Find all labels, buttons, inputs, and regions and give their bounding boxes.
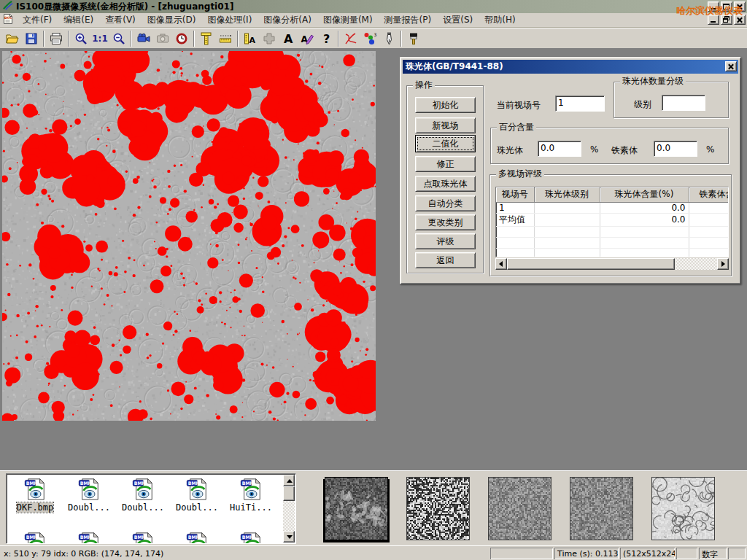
minimize-button[interactable] bbox=[708, 1, 719, 12]
col-header-field[interactable]: 视场号 bbox=[496, 187, 534, 202]
video-capture-button[interactable] bbox=[134, 30, 153, 47]
actual-size-button[interactable]: 1:1 bbox=[90, 30, 109, 47]
mdi-restore-button[interactable] bbox=[721, 15, 732, 25]
bmp-file-icon: BMP bbox=[23, 532, 47, 544]
scroll-right-button[interactable] bbox=[717, 258, 729, 270]
title-bar[interactable]: IS100显微摄像系统(金相分析版) - [zhuguangti01] bbox=[0, 0, 747, 13]
menu-measure-report[interactable]: 测量报告(P) bbox=[379, 12, 438, 28]
col-header-ferrite-percent[interactable]: 铁素体含量(%) bbox=[689, 187, 729, 202]
curve-tool-button[interactable] bbox=[341, 30, 360, 47]
correct-button[interactable]: 修正 bbox=[415, 156, 476, 172]
return-button[interactable]: 返回 bbox=[415, 252, 476, 268]
thumbnail-5[interactable] bbox=[651, 477, 715, 540]
new-field-button[interactable]: 新视场 bbox=[415, 117, 476, 133]
thumbnail-1[interactable] bbox=[325, 477, 388, 540]
binarize-button[interactable]: 二值化 bbox=[415, 135, 476, 152]
change-class-button[interactable]: 更改类别 bbox=[415, 214, 476, 230]
svg-text:BMP: BMP bbox=[188, 481, 200, 486]
menu-image-analysis[interactable]: 图像分析(A) bbox=[258, 12, 317, 28]
current-field-input[interactable]: 1 bbox=[555, 96, 605, 112]
file-list-scrollbar[interactable] bbox=[283, 475, 295, 542]
pen-button[interactable] bbox=[379, 30, 398, 47]
table-row[interactable]: 平均值 0.0 bbox=[496, 213, 729, 226]
file-item-partial[interactable]: BMP bbox=[224, 532, 278, 544]
text-button[interactable]: A bbox=[279, 30, 298, 47]
col-header-pearlite-grade[interactable]: 珠光体级别 bbox=[534, 187, 600, 202]
scrollbar-thumb[interactable] bbox=[283, 486, 295, 501]
toolbar-separator bbox=[338, 31, 339, 47]
gray-cross-icon bbox=[262, 31, 276, 46]
ruler-vertical-button[interactable] bbox=[197, 30, 216, 47]
menu-view[interactable]: 查看(V) bbox=[99, 12, 142, 28]
document-icon[interactable]: DOC bbox=[2, 13, 14, 27]
rate-button[interactable]: 评级 bbox=[415, 233, 476, 249]
status-panel-empty bbox=[728, 548, 746, 559]
thumbnail-2[interactable] bbox=[406, 477, 470, 540]
dialog-title: 珠光体(GB/T9441-88) bbox=[406, 61, 503, 73]
thumbnail-4[interactable] bbox=[570, 477, 633, 540]
mdi-minimize-button[interactable] bbox=[708, 15, 719, 25]
scrollbar-thumb[interactable] bbox=[507, 258, 675, 270]
ferrite-percent-input[interactable]: 0.0 bbox=[654, 141, 697, 157]
dialog-close-button[interactable] bbox=[725, 61, 737, 71]
timer-button[interactable] bbox=[172, 30, 191, 47]
file-item[interactable]: BMP Doubl... bbox=[62, 478, 116, 513]
scroll-down-button[interactable] bbox=[283, 531, 295, 542]
menu-image-measure[interactable]: 图像测量(M) bbox=[317, 12, 379, 28]
annotate-icon: A bbox=[300, 31, 314, 46]
calibration-ruler-icon: A bbox=[243, 31, 258, 46]
open-button[interactable] bbox=[3, 30, 22, 47]
file-item[interactable]: BMP Doubl... bbox=[170, 478, 224, 513]
thumbnail-3[interactable] bbox=[488, 477, 551, 540]
print-button[interactable] bbox=[47, 30, 66, 47]
menu-image-display[interactable]: 图像显示(D) bbox=[142, 12, 202, 28]
svg-text:3: 3 bbox=[374, 32, 377, 37]
table-row[interactable]: 1 0.0 bbox=[496, 202, 729, 213]
close-button[interactable] bbox=[734, 1, 746, 12]
file-item[interactable]: BMP Doubl... bbox=[116, 478, 170, 513]
grade-input[interactable] bbox=[662, 95, 705, 111]
calibrate-button[interactable]: A bbox=[241, 30, 260, 47]
close-icon bbox=[737, 18, 743, 23]
zoom-in-button[interactable] bbox=[71, 30, 90, 47]
help-button[interactable]: ? bbox=[317, 30, 336, 47]
maximize-button[interactable] bbox=[721, 1, 732, 12]
file-listbox[interactable]: BMP DKF.bmp BMP Doubl... BMP Doubl... BM… bbox=[6, 473, 296, 544]
ferrite-percent-label: 铁素体 bbox=[611, 144, 638, 157]
multi-field-table[interactable]: 视场号 珠光体级别 珠光体含量(%) 铁素体含量(%) 1 0.0 平均值 0.… bbox=[495, 187, 729, 257]
menu-image-process[interactable]: 图像处理(I) bbox=[201, 12, 258, 28]
file-item-partial[interactable]: BMP bbox=[116, 532, 170, 544]
edit-text-button[interactable]: A bbox=[298, 30, 317, 47]
brush-button[interactable] bbox=[404, 30, 423, 47]
pearlite-percent-input[interactable]: 0.0 bbox=[538, 141, 581, 157]
menu-file[interactable]: 文件(F) bbox=[17, 12, 58, 28]
dialog-title-bar[interactable]: 珠光体(GB/T9441-88) bbox=[403, 60, 738, 74]
menu-edit[interactable]: 编辑(E) bbox=[58, 12, 99, 28]
file-item-partial[interactable]: BMP bbox=[62, 532, 116, 544]
save-button[interactable] bbox=[22, 30, 41, 47]
auto-classify-button[interactable]: 自动分类 bbox=[415, 195, 476, 211]
file-item[interactable]: BMP HuiTi... bbox=[224, 478, 278, 513]
table-horizontal-scrollbar[interactable] bbox=[495, 258, 729, 270]
menu-help[interactable]: 帮助(H) bbox=[479, 12, 521, 28]
zoom-out-button[interactable] bbox=[109, 30, 128, 47]
metallographic-image[interactable] bbox=[2, 51, 376, 421]
camera-capture-button[interactable] bbox=[153, 30, 172, 47]
file-item-partial[interactable]: BMP bbox=[170, 532, 224, 544]
menu-settings[interactable]: 设置(S) bbox=[437, 12, 479, 28]
classify-points-button[interactable]: 3 bbox=[360, 30, 379, 47]
file-item-partial[interactable]: BMP bbox=[8, 532, 62, 544]
pick-pearlite-button[interactable]: 点取珠光体 bbox=[415, 176, 476, 192]
mdi-close-button[interactable] bbox=[734, 15, 746, 25]
file-item[interactable]: BMP DKF.bmp bbox=[8, 478, 62, 513]
window-title: IS100显微摄像系统(金相分析版) - [zhuguangti01] bbox=[16, 1, 233, 13]
bmp-file-icon: BMP bbox=[77, 532, 101, 544]
merge-button[interactable] bbox=[260, 30, 279, 47]
scroll-left-button[interactable] bbox=[495, 258, 507, 270]
ruler-horizontal-button[interactable] bbox=[216, 30, 235, 47]
initialize-button[interactable]: 初始化 bbox=[415, 97, 476, 113]
col-header-pearlite-percent[interactable]: 珠光体含量(%) bbox=[600, 187, 689, 202]
open-folder-icon bbox=[5, 31, 20, 46]
status-time: Time (s): 0.113 bbox=[554, 548, 619, 559]
scroll-up-button[interactable] bbox=[283, 475, 295, 486]
